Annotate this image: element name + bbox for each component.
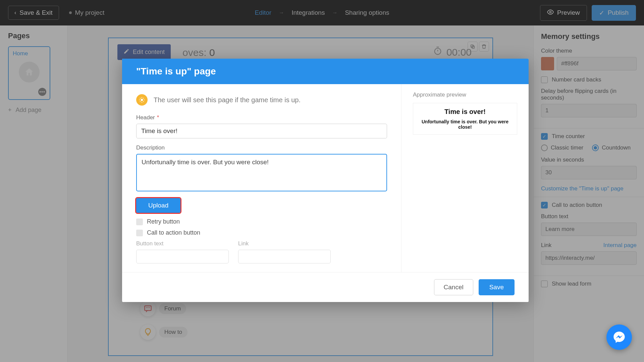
header-input[interactable] [136, 124, 387, 138]
svg-point-5 [141, 99, 143, 101]
header-label: Header* [136, 114, 387, 121]
description-label: Description [136, 144, 387, 151]
preview-desc: Unfortunally time is over. But you were … [417, 119, 514, 130]
preview-label: Approximate preview [413, 92, 517, 98]
timeup-modal: "Time is up" page The user will see this… [122, 59, 529, 302]
preview-card: Time is over! Unfortunally time is over.… [413, 103, 517, 135]
preview-title: Time is over! [417, 108, 514, 116]
messenger-icon [612, 330, 626, 344]
modal-cta-row[interactable]: Call to action button [136, 229, 387, 236]
modal-body: The user will see this page if the game … [122, 84, 529, 272]
modal-form: The user will see this page if the game … [122, 84, 401, 272]
messenger-button[interactable] [606, 324, 632, 350]
retry-label: Retry button [147, 218, 180, 225]
modal-info-text: The user will see this page if the game … [154, 96, 301, 104]
modal-cta-checkbox[interactable] [136, 230, 143, 236]
modal-link-label: Link [238, 240, 331, 247]
retry-checkbox[interactable] [136, 219, 143, 225]
modal-btn-text-label: Button text [136, 240, 229, 247]
modal-info: The user will see this page if the game … [136, 94, 387, 106]
modal-link-input[interactable] [238, 250, 331, 263]
modal-preview-pane: Approximate preview Time is over! Unfort… [401, 84, 529, 272]
modal-title: "Time is up" page [122, 59, 529, 84]
retry-row[interactable]: Retry button [136, 218, 387, 225]
modal-btn-text-input[interactable] [136, 250, 229, 263]
button-link-row: Button text Link [136, 240, 387, 263]
sun-icon [136, 94, 148, 106]
modal-footer: Cancel Save [122, 272, 529, 302]
description-textarea[interactable] [136, 154, 387, 191]
cancel-button[interactable]: Cancel [434, 279, 473, 295]
modal-cta-label: Call to action button [147, 229, 200, 236]
save-button[interactable]: Save [479, 279, 515, 295]
upload-button[interactable]: Upload [136, 198, 180, 213]
